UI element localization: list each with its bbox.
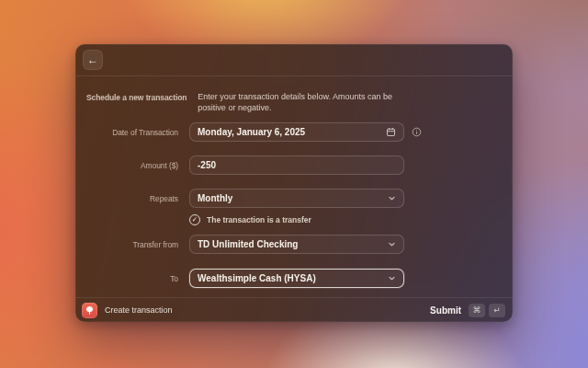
form-description: Enter your transaction details below. Am… xyxy=(198,91,413,113)
transaction-form: Schedule a new transaction Enter your tr… xyxy=(75,76,513,297)
date-input[interactable] xyxy=(198,127,386,137)
amount-input[interactable] xyxy=(198,160,396,170)
chevron-down-icon xyxy=(388,194,396,202)
transfer-to-select[interactable]: Wealthsimple Cash (HYSA) xyxy=(189,269,404,288)
submit-button[interactable]: Submit xyxy=(430,305,461,316)
transfer-from-select[interactable]: TD Unlimited Checking xyxy=(189,235,404,254)
amount-label: Amount ($) xyxy=(86,161,178,170)
repeats-select[interactable]: Monthly xyxy=(189,189,404,208)
form-intro-row: Schedule a new transaction Enter your tr… xyxy=(86,91,498,113)
transfer-checkbox[interactable]: ✓ xyxy=(189,214,200,225)
amount-row: Amount ($) xyxy=(86,155,498,175)
transfer-checkbox-label[interactable]: The transaction is a transfer xyxy=(207,215,311,224)
modal-header: ← xyxy=(75,44,513,76)
info-icon[interactable] xyxy=(412,127,422,137)
footer-app-label: Create transaction xyxy=(105,305,423,315)
transfer-to-label: To xyxy=(86,274,178,283)
return-key-icon: ↵ xyxy=(489,304,505,317)
transfer-checkbox-row: ✓ The transaction is a transfer xyxy=(86,213,498,226)
transaction-modal: ← Schedule a new transaction Enter your … xyxy=(75,44,513,322)
back-button[interactable]: ← xyxy=(83,50,103,70)
command-key-icon: ⌘ xyxy=(469,304,485,317)
date-row: Date of Transaction xyxy=(86,122,498,142)
amount-field xyxy=(189,155,404,175)
chevron-down-icon xyxy=(388,274,396,282)
transfer-checkbox-group[interactable]: ✓ The transaction is a transfer xyxy=(189,214,311,225)
form-description-line2: positive or negative. xyxy=(198,102,413,113)
transfer-from-value: TD Unlimited Checking xyxy=(198,239,388,249)
chevron-down-icon xyxy=(388,240,396,248)
modal-footer: Create transaction Submit ⌘ ↵ xyxy=(75,297,513,322)
transfer-to-row: To Wealthsimple Cash (HYSA) xyxy=(86,269,498,288)
date-label: Date of Transaction xyxy=(86,128,178,137)
form-title: Schedule a new transaction xyxy=(86,91,187,102)
form-description-line1: Enter your transaction details below. Am… xyxy=(198,91,413,102)
repeats-row: Repeats Monthly xyxy=(86,189,498,208)
tree-logo-icon xyxy=(82,303,97,318)
repeats-label: Repeats xyxy=(86,194,178,203)
date-field xyxy=(189,122,404,142)
transfer-to-value: Wealthsimple Cash (HYSA) xyxy=(198,273,388,283)
check-icon: ✓ xyxy=(192,216,198,224)
calendar-icon[interactable] xyxy=(386,127,396,137)
transfer-from-row: Transfer from TD Unlimited Checking xyxy=(86,235,498,254)
arrow-left-icon: ← xyxy=(87,54,98,65)
repeats-value: Monthly xyxy=(198,193,388,203)
transfer-from-label: Transfer from xyxy=(86,240,178,249)
